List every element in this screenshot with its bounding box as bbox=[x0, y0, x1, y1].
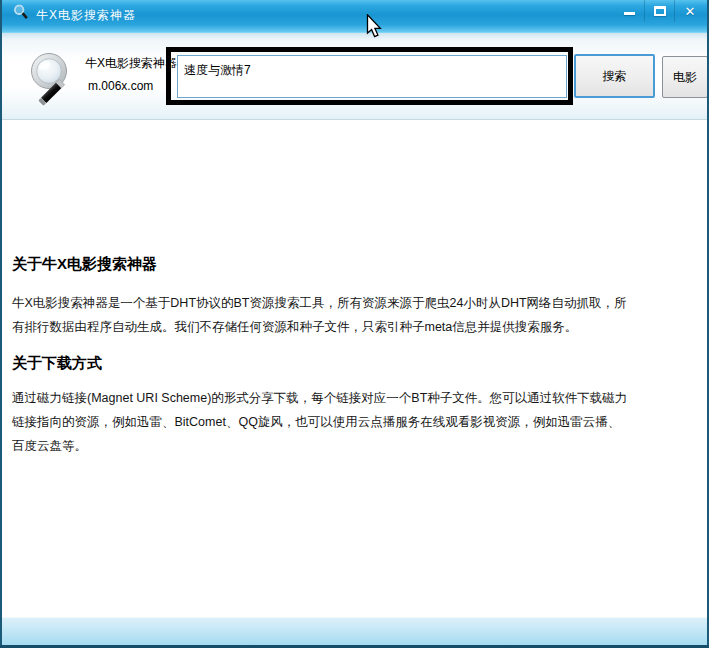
mouse-cursor-icon bbox=[366, 14, 384, 40]
app-logo-magnifier-icon bbox=[28, 50, 84, 112]
window-controls: ✕ bbox=[615, 0, 705, 24]
close-button[interactable]: ✕ bbox=[675, 0, 705, 22]
maximize-button[interactable] bbox=[645, 0, 675, 22]
titlebar: 牛X电影搜索神器 ✕ bbox=[0, 0, 709, 33]
main-content: 关于牛X电影搜索神器 牛X电影搜索神器是一个基于DHT协议的BT资源搜索工具，所… bbox=[2, 120, 707, 617]
minimize-button[interactable] bbox=[615, 0, 645, 22]
window-title: 牛X电影搜索神器 bbox=[36, 0, 136, 33]
movie-button-label: 电影 bbox=[673, 69, 697, 86]
download-section-body: 通过磁力链接(Magnet URI Scheme)的形式分享下载，每个链接对应一… bbox=[12, 386, 627, 458]
statusbar bbox=[2, 617, 707, 645]
about-section-heading: 关于牛X电影搜索神器 bbox=[12, 255, 157, 274]
app-window: 牛X电影搜索神器 ✕ bbox=[0, 0, 709, 648]
download-section-heading: 关于下载方式 bbox=[12, 354, 102, 373]
close-icon: ✕ bbox=[685, 4, 696, 19]
maximize-icon bbox=[654, 6, 666, 16]
app-name: 牛X电影搜索神器 bbox=[85, 55, 177, 72]
search-button[interactable]: 搜索 bbox=[574, 54, 655, 98]
movie-button[interactable]: 电影 bbox=[662, 56, 708, 98]
search-button-label: 搜索 bbox=[603, 68, 627, 85]
window-border-left bbox=[0, 0, 2, 648]
search-header: 牛X电影搜索神器 m.006x.com 搜索 电影 bbox=[2, 33, 707, 120]
app-url: m.006x.com bbox=[88, 79, 153, 93]
about-section-body: 牛X电影搜索神器是一个基于DHT协议的BT资源搜索工具，所有资源来源于爬虫24小… bbox=[12, 291, 627, 339]
minimize-icon bbox=[624, 12, 635, 15]
search-input[interactable] bbox=[177, 55, 567, 98]
titlebar-magnifier-icon bbox=[13, 4, 29, 21]
